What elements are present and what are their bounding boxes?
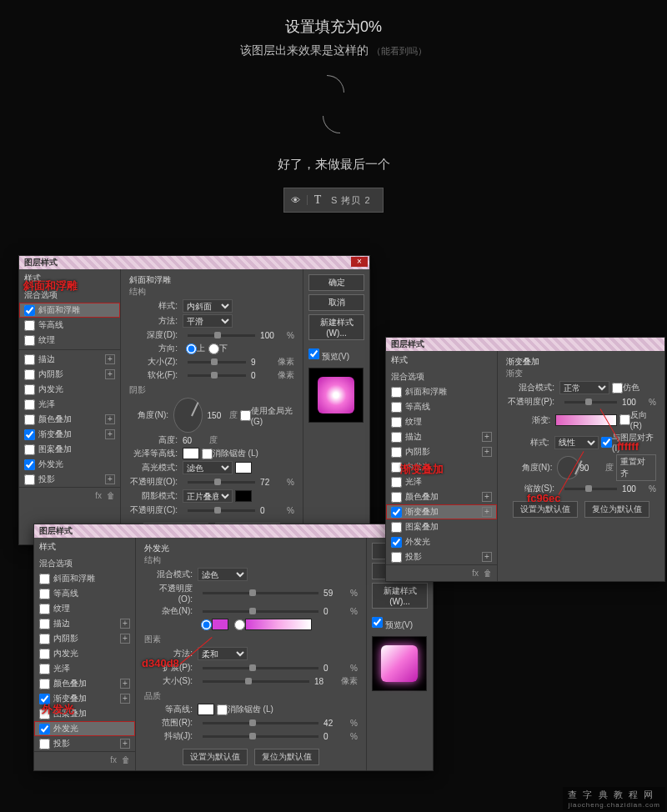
bevel-method-select[interactable]: 平滑 xyxy=(183,314,233,328)
new-style-button[interactable]: 新建样式 (W)... xyxy=(372,583,428,609)
text-layer-icon: T xyxy=(308,193,328,207)
section-title: 外发光 xyxy=(144,543,358,554)
preview-swatch xyxy=(308,368,364,423)
style-gradient-overlay[interactable]: 渐变叠加+ xyxy=(19,427,120,442)
style-stroke[interactable]: 描边+ xyxy=(19,352,120,367)
subheading: 好了，来做最后一个 xyxy=(0,157,667,173)
glow-color[interactable] xyxy=(212,619,228,630)
bevel-style-select[interactable]: 内斜面 xyxy=(183,299,233,313)
dialog-titlebar[interactable]: 图层样式 xyxy=(386,338,664,351)
heading-sub: 该图层出来效果是这样的 （能看到吗） xyxy=(0,43,667,58)
style-contour[interactable]: 等高线 xyxy=(19,318,120,333)
styles-header: 样式 xyxy=(19,269,120,288)
depth-slider[interactable] xyxy=(188,334,255,337)
fx-icon[interactable]: fx xyxy=(95,491,102,500)
angle-dial[interactable] xyxy=(557,456,579,479)
dialog-titlebar[interactable]: 图层样式 × xyxy=(34,524,433,538)
contour-swatch[interactable] xyxy=(183,448,199,459)
cancel-button[interactable]: 取消 xyxy=(308,294,364,311)
style-inner-glow[interactable]: 内发光 xyxy=(19,382,120,397)
reset-align-button[interactable]: 重置对齐 xyxy=(616,454,656,481)
visibility-icon[interactable]: 👁 xyxy=(284,195,308,205)
add-icon[interactable]: + xyxy=(105,354,115,364)
watermark: 查 字 典 教 程 网 jiaocheng.chazidian.com xyxy=(563,787,665,810)
dialog-titlebar[interactable]: 图层样式 × xyxy=(19,256,369,269)
glow-gradient[interactable] xyxy=(245,619,312,630)
preview-swatch xyxy=(372,636,427,691)
style-outer-glow[interactable]: 外发光 xyxy=(34,721,135,736)
style-pattern-overlay[interactable]: 图案叠加 xyxy=(19,442,120,457)
shadow-color[interactable] xyxy=(235,490,252,502)
style-inner-shadow[interactable]: 内阴影+ xyxy=(19,367,120,382)
new-style-button[interactable]: 新建样式 (W)... xyxy=(308,314,364,340)
style-outer-glow[interactable]: 外发光 xyxy=(19,457,120,472)
ok-button[interactable]: 确定 xyxy=(308,274,364,291)
style-drop-shadow[interactable]: 投影+ xyxy=(19,472,120,487)
close-icon[interactable]: × xyxy=(351,257,368,267)
layer-name: S 拷贝 2 xyxy=(328,194,371,207)
style-bevel[interactable]: 斜面和浮雕 xyxy=(19,303,120,318)
style-gradient-overlay[interactable]: 渐变叠加+ xyxy=(386,504,497,519)
layer-chip[interactable]: 👁 T S 拷贝 2 xyxy=(283,188,384,213)
style-texture[interactable]: 纹理 xyxy=(19,333,120,348)
size-slider[interactable] xyxy=(188,361,246,363)
trash-icon[interactable]: 🗑 xyxy=(107,491,115,500)
heading-fill-0: 设置填充为0% xyxy=(0,17,667,37)
style-color-overlay[interactable]: 颜色叠加+ xyxy=(19,412,120,427)
section-title: 渐变叠加 xyxy=(506,356,656,368)
blend-options[interactable]: 混合选项 xyxy=(19,288,120,303)
style-satin[interactable]: 光泽 xyxy=(19,397,120,412)
soft-slider[interactable] xyxy=(188,374,246,377)
highlight-color[interactable] xyxy=(235,462,252,474)
section-title: 斜面和浮雕 xyxy=(129,274,294,286)
preview-letter-s xyxy=(313,75,354,133)
angle-dial[interactable] xyxy=(173,398,202,433)
gradient-swatch[interactable] xyxy=(555,414,617,426)
